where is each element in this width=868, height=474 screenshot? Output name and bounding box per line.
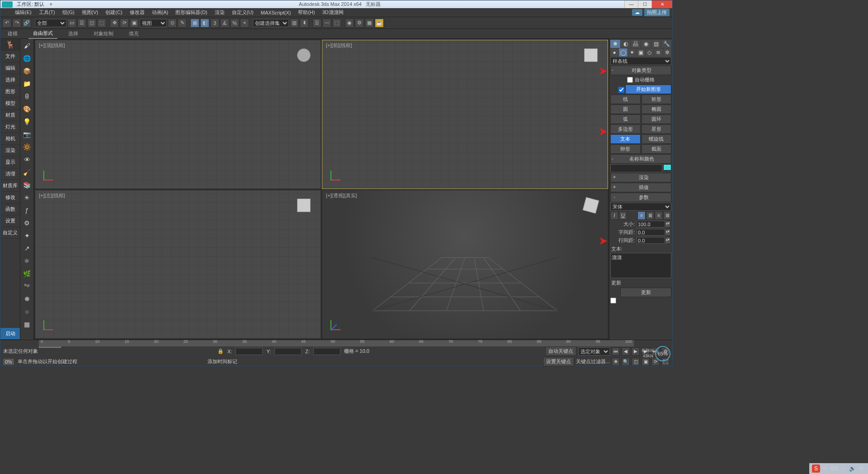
menu-rendering[interactable]: 渲染 xyxy=(211,8,228,17)
atom-icon[interactable]: ⚛ xyxy=(22,256,32,266)
ribbon-tab-objpaint[interactable]: 对象绘制 xyxy=(89,29,118,38)
align-right-button[interactable]: ≡ xyxy=(655,211,663,220)
startshape-button[interactable]: 开始新图形 xyxy=(625,85,671,94)
leading-input[interactable] xyxy=(637,237,665,244)
object-color-swatch[interactable] xyxy=(663,164,671,171)
library-icon[interactable]: 📚 xyxy=(22,180,32,190)
viewport-top[interactable]: [+][顶][线框] xyxy=(35,40,321,189)
subtab-geometry[interactable]: ● xyxy=(610,48,618,57)
sidebar-file[interactable]: 文件 xyxy=(0,51,20,62)
italic-button[interactable]: I xyxy=(610,211,618,220)
sidebar-model[interactable]: 模型 xyxy=(0,98,20,109)
kerning-spinner[interactable]: ▴▾ xyxy=(665,229,670,236)
fx-icon[interactable]: ƒ xyxy=(22,205,32,215)
viewport-left[interactable]: [+][左][线框] xyxy=(35,190,321,339)
subtab-lights[interactable]: ✦ xyxy=(628,48,636,57)
circle-icon[interactable]: ○ xyxy=(22,307,32,317)
maximize-button[interactable]: ☐ xyxy=(638,0,651,8)
rollup-namecolor[interactable]: -名称和颜色 xyxy=(610,154,671,164)
btn-circle[interactable]: 圆 xyxy=(610,104,641,114)
menu-3dliuliu[interactable]: 3D溜溜网 xyxy=(319,8,347,17)
coord-y[interactable] xyxy=(274,348,302,355)
cylinder-icon[interactable]: 🛢 xyxy=(22,91,32,101)
btn-star[interactable]: 星形 xyxy=(642,124,672,134)
lock-icon[interactable]: 🔒 xyxy=(217,348,224,354)
btn-text[interactable]: 文本 xyxy=(610,134,641,144)
ribbon-tab-selection[interactable]: 选择 xyxy=(64,29,83,38)
viewcube[interactable] xyxy=(580,44,602,66)
palette-icon[interactable]: 🎨 xyxy=(22,104,32,114)
close-button[interactable]: ✕ xyxy=(651,0,672,8)
btn-ellipse[interactable]: 椭圆 xyxy=(642,104,672,114)
align-button[interactable]: ⬍ xyxy=(300,19,309,28)
sidebar-clean[interactable]: 清理 xyxy=(0,168,20,180)
ref-coord-system[interactable]: 视图 xyxy=(140,19,167,27)
rect-select-button[interactable]: ◫ xyxy=(87,19,96,28)
upload-button[interactable]: 拍照上传 xyxy=(644,9,670,16)
named-selection[interactable]: 创建选择集 xyxy=(253,19,289,27)
leading-spinner[interactable]: ▴▾ xyxy=(665,237,670,244)
tab-create[interactable]: ✺ xyxy=(610,40,620,48)
menu-tools[interactable]: 工具(T) xyxy=(35,8,59,17)
angle-snap[interactable]: ◧ xyxy=(200,19,209,28)
box-icon[interactable]: 📦 xyxy=(22,66,32,76)
btn-section[interactable]: 截面 xyxy=(642,144,672,154)
subtab-helpers[interactable]: ◇ xyxy=(646,48,654,57)
rotate-button[interactable]: ⟳ xyxy=(120,19,129,28)
select-button[interactable]: ▭ xyxy=(67,19,76,28)
material-editor-button[interactable]: ◉ xyxy=(345,19,354,28)
menu-help[interactable]: 帮助(H) xyxy=(294,8,318,17)
manual-update-checkbox[interactable] xyxy=(610,298,616,303)
viewcube[interactable] xyxy=(292,44,315,66)
prev-frame-button[interactable]: ◀ xyxy=(622,347,630,356)
viewport-perspective[interactable]: [+][透视][真实] xyxy=(322,190,608,339)
startshape-checkbox[interactable] xyxy=(618,85,624,94)
rollup-params[interactable]: -参数 xyxy=(610,193,671,202)
nav-fov-button[interactable]: ◫ xyxy=(632,358,640,366)
globe-icon[interactable]: 🌐 xyxy=(22,53,32,63)
btn-arc[interactable]: 弧 xyxy=(610,114,641,124)
btn-ngon[interactable]: 多边形 xyxy=(610,124,641,134)
tab-utilities[interactable]: 🔧 xyxy=(661,40,671,48)
align-center-button[interactable]: ≣ xyxy=(646,211,654,220)
sidebar-material[interactable]: 材质 xyxy=(0,109,20,121)
keymode-select[interactable]: 选定对象 xyxy=(578,347,610,356)
gear-icon[interactable]: ⚙ xyxy=(22,218,32,228)
snap-6[interactable]: ⌖ xyxy=(240,19,249,28)
underline-button[interactable]: U xyxy=(619,211,627,220)
kerning-input[interactable] xyxy=(637,229,665,236)
redo-button[interactable]: ↷ xyxy=(12,19,21,28)
undo-button[interactable]: ↶ xyxy=(2,19,11,28)
subtab-systems[interactable]: ✲ xyxy=(663,48,671,57)
menu-animation[interactable]: 动画(A) xyxy=(148,8,172,17)
tab-display[interactable]: ▤ xyxy=(651,40,661,48)
btn-donut[interactable]: 圆环 xyxy=(642,114,672,124)
nav-pan-button[interactable]: ✥ xyxy=(612,358,620,366)
render-frame-button[interactable]: ▦ xyxy=(365,19,374,28)
subtab-shapes[interactable]: ◯ xyxy=(619,48,627,57)
sidebar-matlib[interactable]: 材质库 xyxy=(0,180,20,192)
pivot-button[interactable]: ⊙ xyxy=(168,19,177,28)
btn-line[interactable]: 线 xyxy=(610,95,641,104)
ribbon-tab-freeform[interactable]: 自由形式 xyxy=(28,28,57,39)
sidebar-custom[interactable]: 自定义 xyxy=(0,227,20,239)
sidebar-display[interactable]: 显示 xyxy=(0,156,20,168)
viewcube[interactable] xyxy=(292,194,315,217)
gear2-icon[interactable]: ❋ xyxy=(22,294,32,304)
render-icon[interactable]: 🔆 xyxy=(22,142,32,152)
viewcube[interactable] xyxy=(580,194,602,217)
text-input[interactable] xyxy=(610,253,671,278)
rollup-render[interactable]: +渲染 xyxy=(610,173,671,182)
object-name-input[interactable] xyxy=(610,164,662,172)
setkey-button[interactable]: 设置关键点 xyxy=(543,357,574,366)
snap-toggle[interactable]: ▦ xyxy=(190,19,199,28)
btn-rectangle[interactable]: 矩形 xyxy=(642,95,672,104)
render-button[interactable]: ☕ xyxy=(375,19,384,28)
wand-icon[interactable]: ✦ xyxy=(22,231,32,241)
camera-icon[interactable]: 📷 xyxy=(22,129,32,139)
viewport-front[interactable]: [+][前][线框] xyxy=(322,40,608,189)
menu-maxscript[interactable]: MAXScript(X) xyxy=(257,9,295,16)
tab-motion[interactable]: ◉ xyxy=(641,40,651,48)
brush-icon[interactable]: 🖌 xyxy=(22,41,32,51)
mirror-button[interactable]: ▥ xyxy=(290,19,299,28)
